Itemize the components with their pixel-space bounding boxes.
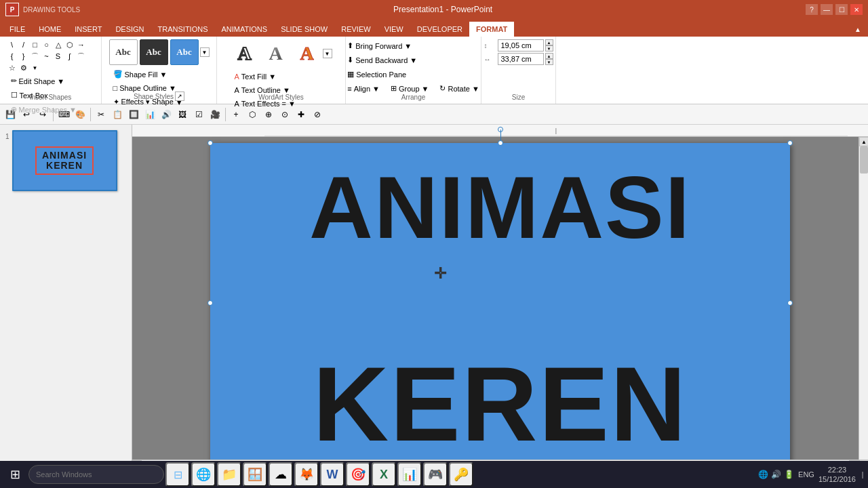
shape-brace-l[interactable]: {	[7, 51, 18, 62]
tab-slideshow[interactable]: SLIDE SHOW	[274, 22, 334, 37]
taskbar-search[interactable]	[28, 465, 164, 484]
wordart-sample-3[interactable]: A	[293, 39, 321, 68]
handle-tr[interactable]	[787, 140, 793, 146]
shape-styles-dialog[interactable]: ↗	[175, 92, 184, 101]
taskbar-firefox[interactable]: 🦊	[294, 462, 319, 487]
shape-curve[interactable]: ∫	[64, 51, 75, 62]
taskbar-word[interactable]: W	[320, 462, 344, 487]
vscroll-thumb[interactable]	[860, 146, 868, 174]
send-backward-button[interactable]: ⬇ Send Backward ▼	[343, 54, 421, 66]
handle-tl[interactable]	[208, 140, 213, 146]
taskbar-time[interactable]: 22:23 15/12/2016	[818, 465, 856, 485]
shape-fill-button[interactable]: 🪣 Shape Fill ▼	[109, 68, 172, 81]
shape-style-2[interactable]: Abc	[140, 39, 168, 65]
bring-forward-button[interactable]: ⬆ Bring Forward ▼	[343, 39, 416, 52]
width-input[interactable]	[498, 53, 544, 65]
wordart-samples: A A A	[231, 39, 321, 68]
shape-circle[interactable]: ○	[41, 39, 52, 50]
shape-arc[interactable]: ⌒	[30, 51, 41, 62]
height-down[interactable]: ▼	[545, 45, 553, 52]
task-view[interactable]: ⊟	[165, 462, 190, 487]
height-up[interactable]: ▲	[545, 39, 553, 45]
shape-brace-r[interactable]: }	[18, 51, 29, 62]
tab-insert[interactable]: INSERT	[68, 22, 108, 37]
text-box-icon: ☐	[11, 91, 18, 100]
start-button[interactable]: ⊞	[3, 462, 27, 487]
width-up[interactable]: ▲	[545, 53, 553, 59]
width-down[interactable]: ▼	[545, 59, 553, 65]
tab-design[interactable]: DESIGN	[108, 22, 151, 37]
shape-gear[interactable]: ⚙	[18, 62, 29, 73]
taskbar-files[interactable]: 📁	[217, 462, 241, 487]
shape-hex[interactable]: ⬡	[64, 39, 75, 50]
help-button[interactable]: ?	[806, 4, 818, 15]
taskbar-edge[interactable]: 🌐	[191, 462, 216, 487]
tab-animations[interactable]: ANIMATIONS	[215, 22, 275, 37]
network-icon[interactable]: 🌐	[758, 470, 768, 479]
maximize-button[interactable]: ☐	[835, 4, 848, 15]
tab-format[interactable]: FORMAT	[469, 22, 514, 37]
size-inputs: ↕ ▲ ▼ ↔ ▲ ▼	[484, 39, 553, 65]
taskbar-onedrive[interactable]: ☁	[269, 462, 293, 487]
ribbon-collapse[interactable]: ▲	[848, 22, 868, 37]
shape-line2[interactable]: /	[18, 39, 29, 50]
taskbar-excel[interactable]: X	[372, 462, 396, 487]
shape-triangle[interactable]: △	[53, 39, 64, 50]
canvas-area[interactable]: | ANIMASI KEREN ✛	[132, 125, 868, 469]
align-button[interactable]: ≡ Align ▼	[343, 83, 384, 95]
slide-thumbnail[interactable]: ANIMASI KEREN	[12, 130, 117, 191]
wordart-sample-1[interactable]: A	[231, 39, 259, 68]
wordart-expand[interactable]: ▼	[323, 49, 332, 58]
handle-ml[interactable]	[208, 300, 213, 306]
shape-s[interactable]: S	[53, 51, 64, 62]
fill-arrow: ▼	[159, 70, 167, 79]
taskbar-security[interactable]: 🔑	[449, 462, 473, 487]
speaker-icon[interactable]: 🔊	[771, 470, 781, 479]
shape-style-3[interactable]: Abc	[170, 39, 199, 65]
wordart-sample-2[interactable]: A	[262, 39, 290, 68]
minimize-button[interactable]: —	[821, 4, 833, 15]
rotate-line	[500, 129, 501, 140]
selection-pane-row: ▦ Selection Pane	[343, 68, 410, 81]
show-desktop[interactable]: |	[860, 467, 865, 482]
shape-styles-footer: Shape Styles ↗	[134, 92, 184, 101]
shape-line[interactable]: \	[7, 39, 18, 50]
video-tool[interactable]: 🎥	[208, 107, 222, 122]
text-fill-button[interactable]: A Text Fill ▼	[231, 70, 281, 83]
battery-icon[interactable]: 🔋	[784, 470, 794, 479]
shape-style-1[interactable]: Abc	[109, 39, 138, 65]
shape-wave[interactable]: ~	[41, 51, 52, 62]
selection-pane-button[interactable]: ▦ Selection Pane	[343, 68, 410, 81]
taskbar-powerpoint[interactable]: 🎯	[346, 462, 370, 487]
shapes-expand[interactable]: ▼	[30, 62, 41, 73]
tab-developer[interactable]: DEVELOPER	[410, 22, 469, 37]
shape-rect[interactable]: □	[30, 39, 41, 50]
handle-tm[interactable]	[498, 140, 503, 146]
tab-view[interactable]: VIEW	[378, 22, 410, 37]
tab-file[interactable]: FILE	[3, 22, 32, 37]
merge-shapes-button[interactable]: ⊕ Merge Shapes ▼	[7, 103, 81, 116]
tab-transitions[interactable]: TRANSITIONS	[151, 22, 215, 37]
slide-main[interactable]: ANIMASI KEREN ✛	[210, 143, 790, 464]
close-button[interactable]: ✕	[850, 4, 863, 15]
tab-review[interactable]: REVIEW	[334, 22, 377, 37]
taskbar-access[interactable]: 📊	[397, 462, 422, 487]
edit-shape-icon: ✏	[11, 77, 17, 85]
taskbar-store[interactable]: 🪟	[243, 462, 267, 487]
edit-shape-button[interactable]: ✏ Edit Shape ▼	[7, 75, 69, 87]
vscroll-track[interactable]	[859, 146, 868, 460]
edit-shape-row: ✏ Edit Shape ▼	[7, 75, 69, 87]
tab-home[interactable]: HOME	[32, 22, 68, 37]
scroll-up[interactable]: ▲	[859, 137, 868, 146]
height-input[interactable]	[498, 39, 544, 52]
taskbar-game[interactable]: 🎮	[423, 462, 448, 487]
shape-arrow[interactable]: →	[76, 39, 87, 50]
rotate-button[interactable]: ↻ Rotate ▼	[435, 82, 483, 95]
shape-styles-expand[interactable]: ▼	[200, 47, 210, 57]
cut-tool[interactable]: ✂	[94, 107, 108, 122]
shape-star[interactable]: ☆	[7, 62, 18, 73]
text-effects-icon: A	[235, 100, 239, 108]
text-outline-icon: A	[235, 86, 239, 94]
shape-arc2[interactable]: ⌒	[76, 51, 87, 62]
handle-mr[interactable]	[787, 300, 793, 306]
